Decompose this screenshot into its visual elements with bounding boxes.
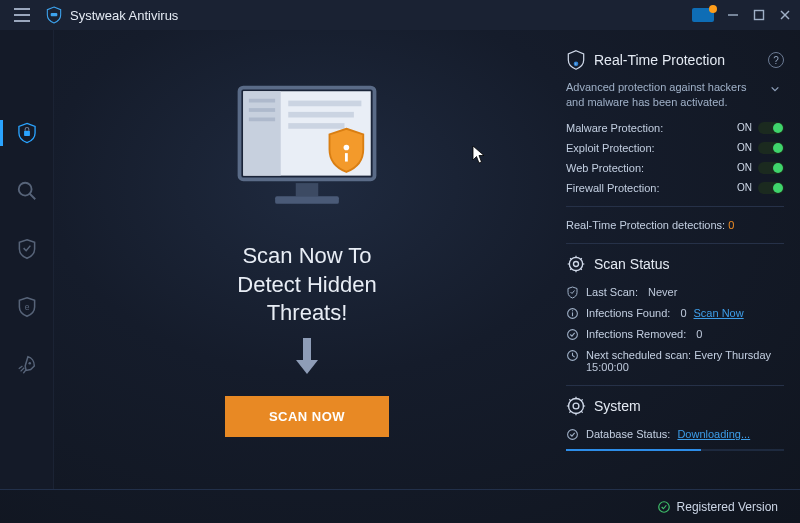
svg-rect-17 [288,123,344,129]
infections-found-value: 0 [680,307,686,319]
gear-icon [566,254,586,274]
next-sched-label: Next scheduled scan: [586,349,691,361]
shield-alert-icon: i [566,50,586,70]
svg-point-34 [568,429,578,439]
window-controls [692,8,792,22]
check-circle-green-icon [657,500,671,514]
headline-l3: Threats! [237,299,376,328]
monitor-illustration [222,80,392,230]
last-scan-label: Last Scan: [586,286,638,298]
rtp-row-firewall: Firewall Protection:ON [566,178,784,198]
sidebar-item-boost[interactable] [12,350,42,380]
svg-rect-19 [275,196,339,204]
db-status-row: Database Status: Downloading... [566,424,784,445]
rtp-state: ON [737,182,752,193]
svg-rect-12 [249,99,275,103]
shield-lock-icon [16,122,38,144]
rtp-state: ON [737,162,752,173]
rtp-desc: Advanced protection against hackers and … [566,78,784,118]
rtp-det-label: Real-Time Protection detections: [566,219,725,231]
svg-rect-18 [296,183,319,196]
rtp-detections: Real-Time Protection detections: 0 [566,215,784,235]
menu-button[interactable] [8,1,36,29]
svg-rect-29 [572,310,573,311]
headline-l2: Detect Hidden [237,271,376,300]
svg-rect-14 [249,118,275,122]
shield-check-icon [16,238,38,260]
headline-l1: Scan Now To [237,242,376,271]
rtp-row-malware: Malware Protection:ON [566,118,784,138]
shield-e-icon: e [16,296,38,318]
settings-icon [566,396,586,416]
search-icon [16,180,38,202]
system-title-text: System [594,398,641,414]
update-indicator-icon[interactable] [692,8,714,22]
svg-point-5 [18,183,31,196]
scanstatus-title: Scan Status [566,254,784,274]
toggle-switch[interactable] [758,122,784,134]
system-title: System [566,396,784,416]
sidebar-item-exploit[interactable]: e [12,292,42,322]
svg-text:e: e [24,302,29,312]
next-sched-value: Every Thursday [694,349,771,361]
svg-point-20 [344,145,350,151]
minimize-button[interactable] [726,8,740,22]
app-title: Systweak Antivirus [46,6,178,24]
footer: Registered Version [0,489,800,523]
registered-label: Registered Version [677,500,778,514]
toggle-switch[interactable] [758,182,784,194]
rtp-state: ON [737,142,752,153]
clock-icon [566,349,579,362]
svg-rect-13 [249,108,275,112]
rtp-desc-text: Advanced protection against hackers and … [566,81,746,108]
sidebar-item-scan[interactable] [12,176,42,206]
infections-removed-label: Infections Removed: [586,328,686,340]
svg-point-26 [574,261,579,266]
rtp-title-text: Real-Time Protection [594,52,725,68]
arrow-down-icon [292,338,322,382]
sidebar: e [0,30,54,489]
app-name: Systweak Antivirus [70,8,178,23]
infections-removed-value: 0 [696,328,702,340]
sidebar-item-protection[interactable] [12,234,42,264]
content: Scan Now To Detect Hidden Threats! SCAN … [54,30,800,489]
svg-rect-1 [755,11,764,20]
main-panel: Scan Now To Detect Hidden Threats! SCAN … [54,30,560,489]
rtp-row-exploit: Exploit Protection:ON [566,138,784,158]
next-scheduled-row: Next scheduled scan: Every Thursday 15:0… [566,345,784,377]
svg-rect-4 [24,131,30,136]
db-progress [566,449,784,451]
last-scan-value: Never [648,286,677,298]
svg-point-8 [28,362,31,365]
headline: Scan Now To Detect Hidden Threats! [237,242,376,328]
scan-now-button[interactable]: SCAN NOW [225,396,389,437]
info-button[interactable]: ? [768,52,784,68]
maximize-button[interactable] [752,8,766,22]
last-scan-row: Last Scan: Never [566,282,784,303]
rtp-label: Firewall Protection: [566,182,660,194]
sidebar-item-status[interactable] [12,118,42,148]
svg-point-33 [573,403,579,409]
cursor-icon [472,145,486,169]
separator [566,206,784,207]
rtp-state: ON [737,122,752,133]
svg-rect-11 [243,91,281,175]
svg-rect-16 [288,112,354,118]
titlebar: Systweak Antivirus [0,0,800,30]
separator [566,385,784,386]
app-window: Systweak Antivirus e [0,0,800,523]
scan-now-link[interactable]: Scan Now [694,307,744,319]
infections-found-row: Infections Found: 0 Scan Now [566,303,784,324]
close-button[interactable] [778,8,792,22]
rtp-title: i Real-Time Protection ? [566,50,784,70]
db-status-value[interactable]: Downloading... [677,428,750,440]
toggle-switch[interactable] [758,142,784,154]
info-circle-icon [566,307,579,320]
chevron-down-icon[interactable] [770,84,780,94]
side-panel: i Real-Time Protection ? Advanced protec… [560,30,800,489]
next-sched-time: 15:00:00 [586,361,771,373]
svg-text:i: i [576,62,577,66]
toggle-switch[interactable] [758,162,784,174]
infections-found-label: Infections Found: [586,307,670,319]
rocket-icon [16,354,38,376]
